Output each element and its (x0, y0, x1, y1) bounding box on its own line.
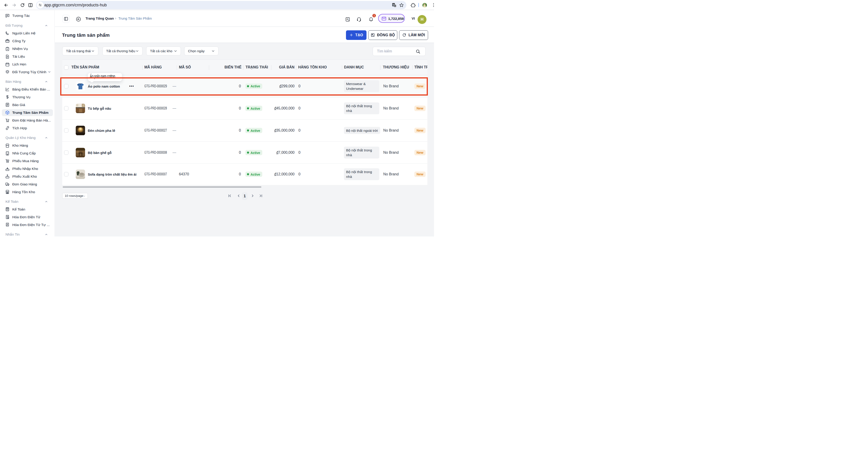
svg-text:AI: AI (346, 18, 348, 20)
svg-text:文: 文 (394, 5, 396, 7)
